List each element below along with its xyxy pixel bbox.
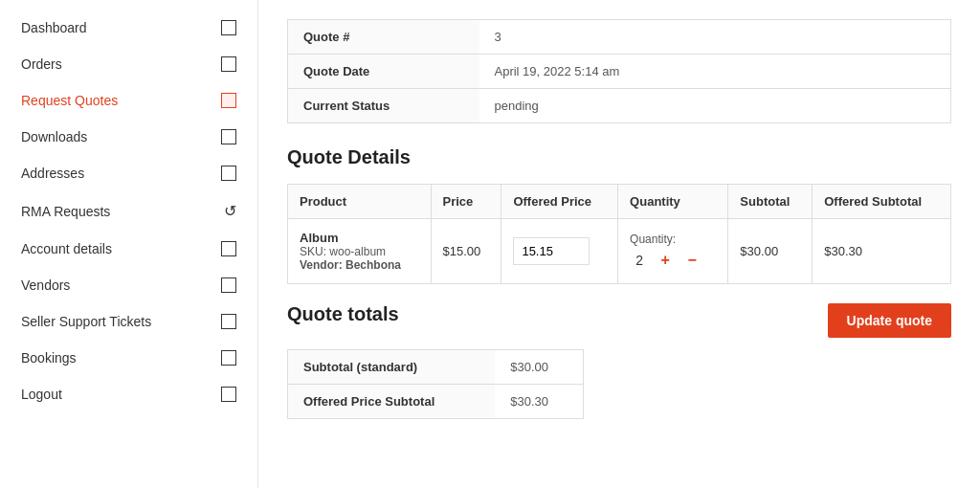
sidebar-item-account-details[interactable]: Account details (0, 231, 257, 267)
sidebar-item-bookings[interactable]: Bookings (0, 340, 257, 376)
quantity-controls: 2 + − (630, 250, 702, 271)
sidebar-item-label: Vendors (21, 277, 70, 293)
update-quote-button[interactable]: Update quote (828, 303, 951, 338)
quote-date-label: Quote Date (288, 55, 479, 89)
quote-number-label: Quote # (288, 20, 479, 55)
sidebar-item-label: Logout (21, 387, 62, 402)
sidebar-item-orders[interactable]: Orders (0, 46, 257, 82)
offered-price-subtotal-row: Offered Price Subtotal $30.30 (288, 385, 584, 419)
quote-totals-table: Subtotal (standard) $30.00 Offered Price… (287, 349, 584, 419)
square-icon (221, 166, 236, 181)
product-vendor: Vendor: Bechbona (300, 258, 419, 272)
quote-date-row: Quote Date April 19, 2022 5:14 am (288, 55, 951, 89)
sidebar-item-label: Orders (21, 56, 62, 72)
quantity-cell: Quantity: 2 + − (618, 219, 728, 284)
quantity-wrapper: Quantity: 2 + − (630, 233, 716, 271)
price-cell: $15.00 (431, 219, 501, 284)
offered-subtotal-cell: $30.30 (813, 219, 951, 284)
quote-details-table: Product Price Offered Price Quantity Sub… (287, 184, 951, 284)
sidebar-item-vendors[interactable]: Vendors (0, 267, 257, 303)
col-quantity: Quantity (618, 185, 728, 219)
square-icon (221, 314, 236, 329)
col-price: Price (431, 185, 501, 219)
square-icon (221, 350, 236, 366)
sidebar-item-dashboard[interactable]: Dashboard (0, 10, 257, 46)
active-square-icon (221, 93, 236, 108)
quantity-decrease-button[interactable]: − (681, 250, 702, 271)
quote-status-value: pending (479, 89, 951, 123)
sidebar-item-label: Addresses (21, 166, 84, 181)
offered-price-subtotal-value: $30.30 (495, 385, 583, 419)
square-icon (221, 20, 236, 35)
quote-table-header: Product Price Offered Price Quantity Sub… (288, 185, 951, 219)
sidebar-item-label: RMA Requests (21, 204, 110, 219)
product-name: Album (300, 231, 419, 245)
sidebar-item-logout[interactable]: Logout (0, 376, 257, 412)
offered-price-subtotal-label: Offered Price Subtotal (288, 385, 496, 419)
quote-totals-title: Quote totals (287, 303, 399, 325)
sidebar-item-downloads[interactable]: Downloads (0, 119, 257, 155)
quote-status-row: Current Status pending (288, 89, 951, 123)
offered-price-input[interactable] (513, 237, 590, 265)
quote-number-row: Quote # 3 (288, 20, 951, 55)
sidebar-item-rma-requests[interactable]: RMA Requests ↺ (0, 191, 257, 231)
sidebar-item-label: Account details (21, 241, 112, 256)
sidebar-item-label: Downloads (21, 129, 87, 144)
sidebar-item-addresses[interactable]: Addresses (0, 155, 257, 191)
col-offered-subtotal: Offered Subtotal (813, 185, 951, 219)
sidebar-item-request-quotes[interactable]: Request Quotes (0, 82, 257, 119)
subtotal-standard-row: Subtotal (standard) $30.00 (288, 350, 584, 385)
sidebar-item-label: Request Quotes (21, 93, 118, 108)
square-icon (221, 241, 236, 256)
table-row: Album SKU: woo-album Vendor: Bechbona $1… (288, 219, 951, 284)
subtotal-standard-label: Subtotal (standard) (288, 350, 496, 385)
product-sku: SKU: woo-album (300, 245, 419, 258)
sidebar-item-label: Bookings (21, 350, 77, 366)
col-subtotal: Subtotal (728, 185, 813, 219)
quantity-increase-button[interactable]: + (655, 250, 676, 271)
rma-icon: ↺ (224, 202, 236, 220)
product-cell: Album SKU: woo-album Vendor: Bechbona (288, 219, 432, 284)
subtotal-standard-value: $30.00 (495, 350, 583, 385)
quote-details-title: Quote Details (287, 146, 951, 168)
quote-info-table: Quote # 3 Quote Date April 19, 2022 5:14… (287, 19, 951, 123)
quantity-label: Quantity: (630, 233, 676, 246)
square-icon (221, 56, 236, 72)
quote-date-value: April 19, 2022 5:14 am (479, 55, 951, 89)
sidebar-item-label: Seller Support Tickets (21, 314, 151, 329)
square-icon (221, 387, 236, 402)
quote-number-value: 3 (479, 20, 951, 55)
col-offered-price: Offered Price (501, 185, 618, 219)
sidebar: Dashboard Orders Request Quotes Download… (0, 0, 258, 488)
subtotal-cell: $30.00 (728, 219, 813, 284)
quantity-value: 2 (630, 253, 649, 268)
square-icon (221, 129, 236, 144)
sidebar-item-label: Dashboard (21, 20, 87, 35)
square-icon (221, 277, 236, 293)
offered-price-cell (501, 219, 618, 284)
col-product: Product (288, 185, 432, 219)
main-content: Quote # 3 Quote Date April 19, 2022 5:14… (258, 0, 980, 488)
totals-section: Quote totals Update quote (287, 303, 951, 338)
sidebar-item-seller-support[interactable]: Seller Support Tickets (0, 303, 257, 340)
quote-status-label: Current Status (288, 89, 479, 123)
